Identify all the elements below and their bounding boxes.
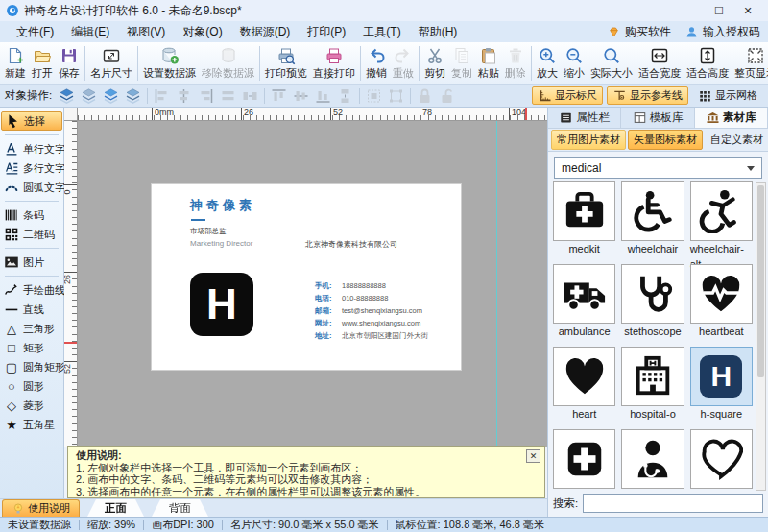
cut-button[interactable]: 剪切 [421,43,448,83]
tool-rect[interactable]: □矩形 [1,338,62,357]
wheelchair-icon[interactable] [621,181,684,241]
ambulance-icon[interactable] [553,264,615,324]
grid-scrollbar[interactable] [756,182,766,491]
tool-curve[interactable]: 手绘曲线 [1,280,62,300]
contact-row[interactable]: 手机:18888888888 [315,279,428,292]
tool-text-single[interactable]: 单行文字 [1,139,62,158]
subtab-vector-icons[interactable]: 矢量图标素材 [628,130,703,150]
tab-materials[interactable]: 素材库 [695,108,768,128]
card-role-en-text[interactable]: Marketing Director [190,239,252,248]
close-button[interactable]: ✕ [733,1,762,20]
show-grid-toggle[interactable]: 显示网格 [692,86,763,105]
toolbar-separator [84,46,85,81]
tool-star[interactable]: ★五角星 [1,415,62,434]
toolbar-button-label: 打印预览 [265,66,307,81]
menu-item[interactable]: 编辑(E) [62,22,118,42]
business-card[interactable]: 神奇像素 市场部总监 Marketing Director 北京神奇像素科技有限… [152,184,461,370]
card-contacts[interactable]: 手机:18888888888电话:010-88888888邮箱:test@she… [315,279,428,342]
menu-item[interactable]: 工具(T) [354,22,409,42]
tool-cursor[interactable]: 选择 [1,111,62,131]
tool-diamond[interactable]: ◇菱形 [1,396,62,415]
help-tab[interactable]: 使用说明 [2,499,80,517]
card-size-button[interactable]: 名片尺寸 [87,43,135,83]
user-md-icon[interactable] [621,429,684,489]
tool-image[interactable]: 图片 [1,253,62,272]
tool-text-arc[interactable]: 圆弧文字 [1,178,62,197]
category-dropdown[interactable]: medical [554,157,762,179]
fit-height-button[interactable]: 适合高度 [684,43,732,83]
tool-triangle[interactable]: △三角形 [1,319,62,338]
zoom-out-button[interactable]: 缩小 [561,43,588,83]
send-backward-icon[interactable] [122,86,144,106]
subtab-common-images[interactable]: 常用图片素材 [551,130,626,150]
folder-open-button[interactable]: 打开 [29,43,56,83]
tool-roundrect[interactable]: ▢圆角矩形 [1,357,62,376]
zoom-in-button[interactable]: 放大 [534,43,561,83]
hospital-o-icon[interactable] [621,347,684,406]
heartbeat-icon[interactable] [690,264,753,324]
menu-item[interactable]: 视图(V) [118,22,174,42]
menu-item[interactable]: 帮助(H) [410,22,467,42]
send-to-back-icon[interactable] [78,86,100,106]
maximize-button[interactable]: ☐ [705,1,733,20]
paste-button[interactable]: 粘贴 [475,43,502,83]
stethoscope-icon[interactable] [621,264,684,324]
plus-square-icon[interactable] [553,429,615,489]
fit-width-button[interactable]: 适合宽度 [636,43,684,83]
doc-new-button[interactable]: 新建 [2,43,29,83]
card-role-text[interactable]: 市场部总监 [190,227,227,236]
tool-line[interactable]: 直线 [1,300,62,319]
undo-button[interactable]: 撤销 [363,43,390,83]
zoom-actual-button[interactable]: 实际大小 [588,43,636,83]
tool-qrcode[interactable]: 二维码 [1,225,62,244]
search-input[interactable] [583,494,763,513]
medkit-icon[interactable] [553,181,615,241]
minimize-button[interactable]: — [676,1,705,20]
print-direct-icon [324,46,344,65]
show-guides-toggle[interactable]: 显示参考线 [607,86,688,105]
contact-row[interactable]: 电话:010-88888888 [315,292,428,304]
contact-label: 网址: [315,317,342,329]
bring-forward-icon[interactable] [100,86,122,106]
card-company-text[interactable]: 北京神奇像素科技有限公司 [305,239,397,250]
usage-close-icon[interactable]: ✕ [526,449,540,463]
rect-icon: □ [3,339,20,356]
fit-page-button[interactable]: 整页显示 [732,43,768,83]
db-add-button[interactable]: 设置数据源 [140,43,199,83]
show-ruler-toggle[interactable]: 显示标尺 [532,86,603,105]
doc-new-icon [6,46,25,65]
toolbox-separator [5,276,59,277]
tool-circle[interactable]: ○圆形 [1,376,62,396]
tab-templates[interactable]: 模板库 [621,108,694,128]
scrollbar-thumb[interactable] [757,185,764,377]
page-tab-front[interactable]: 正面 [87,499,144,517]
contact-row[interactable]: 网址:www.shenqixiangsu.com [315,317,428,329]
guide-line[interactable] [496,121,497,447]
menu-item[interactable]: 数据源(D) [231,22,300,42]
floppy-button[interactable]: 保存 [56,43,83,83]
toolbar-button-label: 撤销 [366,66,387,81]
heart-o-icon[interactable] [690,429,753,489]
bring-to-front-icon[interactable] [56,86,78,106]
contact-row[interactable]: 地址:北京市朝阳区建国门外大街 [315,329,428,342]
design-canvas[interactable]: 神奇像素 市场部总监 Marketing Director 北京神奇像素科技有限… [78,121,547,447]
subtab-custom[interactable]: 自定义素材 [705,130,768,150]
h-square-icon[interactable]: H [690,347,753,406]
tool-barcode[interactable]: 条码 [1,206,62,225]
contact-row[interactable]: 邮箱:test@shenqixiangsu.com [315,304,428,317]
menu-item[interactable]: 对象(O) [174,22,230,42]
star-icon: ★ [3,416,20,433]
menu-item[interactable]: 打印(P) [299,22,354,42]
heart-icon[interactable] [553,347,615,406]
buy-software[interactable]: 购买软件 [607,24,671,40]
card-brand-text[interactable]: 神奇像素 [190,197,255,214]
print-direct-button[interactable]: 直接打印 [310,43,358,83]
enter-license[interactable]: 输入授权码 [684,24,760,40]
card-logo[interactable]: H [190,273,253,336]
page-tab-back[interactable]: 背面 [152,499,208,517]
print-preview-button[interactable]: 打印预览 [262,43,310,83]
menu-item[interactable]: 文件(F) [8,22,62,42]
tab-properties[interactable]: 属性栏 [548,108,621,128]
wheelchair-alt-icon[interactable] [690,181,753,241]
tool-text-multi[interactable]: 多行文字 [1,158,62,178]
